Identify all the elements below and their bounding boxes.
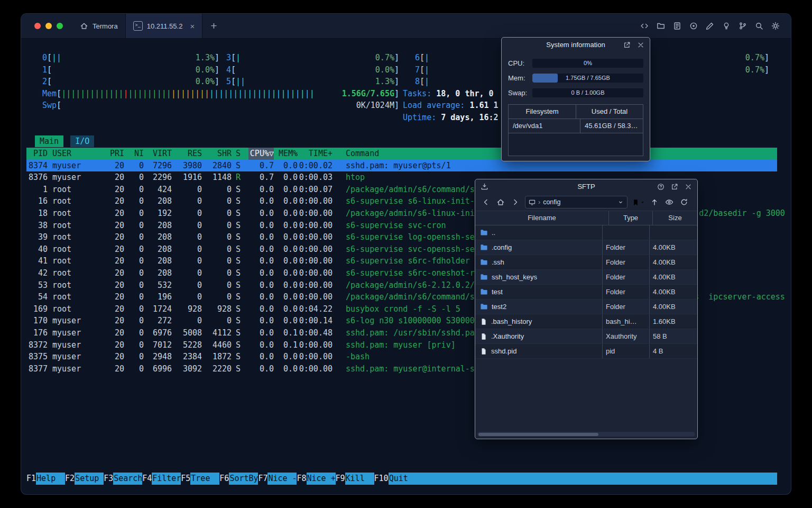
record-button[interactable] <box>689 21 698 31</box>
open-in-window-icon[interactable] <box>623 41 631 49</box>
fkey-f3[interactable]: F3 <box>104 473 113 485</box>
branch-button[interactable] <box>738 21 748 31</box>
folder-button[interactable] <box>656 21 666 31</box>
fkey-label-f10[interactable]: Quit <box>389 473 418 485</box>
fkey-f10[interactable]: F10 <box>374 473 389 485</box>
file-name-cell: .. <box>475 225 602 240</box>
fkey-f4[interactable]: F4 <box>142 473 152 485</box>
close-tab-icon[interactable]: × <box>190 22 195 31</box>
bookmarks-button[interactable] <box>632 198 645 206</box>
fkey-f7[interactable]: F7 <box>258 473 267 485</box>
column-shr[interactable]: SHR <box>202 148 232 160</box>
scrollbar-thumb[interactable] <box>478 433 598 436</box>
tab-termora-home[interactable]: Termora <box>72 14 125 38</box>
fkey-label-f8[interactable]: Nice + <box>307 473 336 485</box>
refresh-button[interactable] <box>679 197 689 207</box>
file-row[interactable]: .configFolder4.00KB <box>475 240 697 255</box>
column-filename[interactable]: Filename <box>475 211 608 225</box>
htop-tab-io[interactable]: I/O <box>70 135 94 147</box>
file-row[interactable]: testFolder4.00KB <box>475 285 697 300</box>
process-cell-shr: 2840 <box>202 160 232 172</box>
fkey-f5[interactable]: F5 <box>181 473 190 485</box>
close-icon[interactable] <box>637 41 644 49</box>
fkey-f6[interactable]: F6 <box>219 473 229 485</box>
log-button[interactable] <box>672 21 682 31</box>
fkey-label-f6[interactable]: SortBy <box>229 473 258 485</box>
process-cell-pri: 20 <box>105 207 124 220</box>
file-row[interactable]: .. <box>475 225 697 240</box>
fkey-f9[interactable]: F9 <box>336 473 345 485</box>
fkey-label-f3[interactable]: Search <box>113 473 142 485</box>
back-button[interactable] <box>481 197 491 207</box>
settings-button[interactable] <box>771 21 780 31</box>
minimize-window-button[interactable] <box>45 23 52 29</box>
close-icon[interactable] <box>685 183 692 190</box>
file-row[interactable]: ssh_host_keysFolder4.00KB <box>475 270 697 285</box>
process-cell-virt: 208 <box>144 255 172 267</box>
home-button[interactable] <box>495 197 506 207</box>
file-icon <box>480 318 487 325</box>
new-tab-button[interactable]: + <box>202 14 225 38</box>
fkey-label-f5[interactable]: Tree <box>190 473 219 485</box>
process-row[interactable]: 8374myuser200729639802840S0.70.00:00.02s… <box>26 160 777 172</box>
fkey-label-f2[interactable]: Setup <box>75 473 104 485</box>
help-icon[interactable] <box>657 183 665 190</box>
process-cell-pid: 41 <box>26 255 48 267</box>
open-in-window-icon[interactable] <box>671 183 678 190</box>
process-cell-res: 3092 <box>172 363 202 375</box>
process-cell-time: 0:00.02 <box>298 160 333 172</box>
filesystem-row[interactable]: /dev/vda1 45.61GB / 58.3… <box>509 119 643 133</box>
transfers-button[interactable] <box>481 183 488 190</box>
file-size <box>649 225 697 240</box>
tab-session-10-211-55-2[interactable]: >_ 10.211.55.2 × <box>125 14 202 38</box>
forward-button[interactable] <box>510 197 521 207</box>
column-user[interactable]: USER <box>48 148 105 160</box>
zoom-window-button[interactable] <box>57 23 63 29</box>
fkey-f2[interactable]: F2 <box>65 473 75 485</box>
close-window-button[interactable] <box>34 23 41 29</box>
show-hidden-files-button[interactable] <box>664 197 675 207</box>
horizontal-scrollbar[interactable] <box>477 432 695 437</box>
process-cell-user: root <box>48 279 105 292</box>
column-pid[interactable]: PID <box>26 148 48 160</box>
column-type[interactable]: Type <box>608 211 652 225</box>
process-cell-user: myuser <box>48 351 105 363</box>
column-cpu[interactable]: CPU%▽ <box>248 148 274 160</box>
column-state[interactable]: S <box>232 148 248 160</box>
process-cell-pri: 20 <box>105 339 124 351</box>
search-button[interactable] <box>754 21 764 31</box>
file-row[interactable]: .XauthorityXauthority58 B <box>475 329 697 344</box>
process-cell-cpu: 0.0 <box>248 339 274 351</box>
process-cell-ni: 0 <box>124 243 144 256</box>
fkey-label-f1[interactable]: Help <box>36 473 65 485</box>
edit-button[interactable] <box>705 21 715 31</box>
column-virt[interactable]: VIRT <box>144 148 172 160</box>
process-cell-virt: 208 <box>144 243 172 256</box>
column-pri[interactable]: PRI <box>105 148 124 160</box>
process-cell-ni: 0 <box>124 267 144 279</box>
htop-tab-main[interactable]: Main <box>35 135 63 147</box>
process-cell-state: S <box>232 243 248 256</box>
code-button[interactable] <box>640 21 649 31</box>
fkey-f1[interactable]: F1 <box>26 473 36 485</box>
fkey-label-f4[interactable]: Filter <box>152 473 181 485</box>
parent-directory-button[interactable] <box>649 197 660 207</box>
chevron-down-icon[interactable] <box>617 199 624 205</box>
fkey-label-f9[interactable]: Kill <box>345 473 374 485</box>
column-ni[interactable]: NI <box>124 148 144 160</box>
bulb-button[interactable] <box>722 21 731 31</box>
file-row[interactable]: .bash_historybash_hi…1.60KB <box>475 314 697 329</box>
path-breadcrumb[interactable]: › config <box>525 196 628 208</box>
process-cell-user: root <box>48 231 105 243</box>
process-cell-shr: 0 <box>202 220 232 232</box>
column-time[interactable]: TIME+ <box>298 148 333 160</box>
file-row[interactable]: sshd.pidpid4 B <box>475 344 697 359</box>
process-cell-state: S <box>232 195 248 207</box>
fkey-f8[interactable]: F8 <box>297 473 306 485</box>
column-mem[interactable]: MEM% <box>274 148 298 160</box>
file-row[interactable]: .sshFolder4.00KB <box>475 255 697 270</box>
file-row[interactable]: test2Folder4.00KB <box>475 300 697 314</box>
column-res[interactable]: RES <box>172 148 202 160</box>
fkey-label-f7[interactable]: Nice - <box>267 473 297 485</box>
column-size[interactable]: Size <box>652 211 697 225</box>
